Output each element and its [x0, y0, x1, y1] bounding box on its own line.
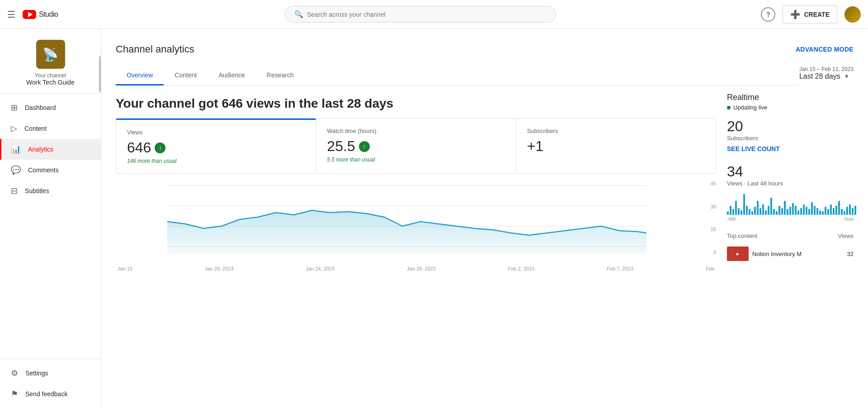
mini-bar-item [776, 211, 778, 215]
live-label: Updating live [733, 104, 767, 111]
chart-svg [116, 181, 698, 262]
logo[interactable]: Studio [23, 10, 58, 19]
chart-y-axis: 45 30 15 0 [698, 181, 716, 264]
sidebar-item-dashboard[interactable]: ⊞ Dashboard [0, 97, 101, 118]
date-select-dropdown[interactable]: Last 28 days ▼ [799, 72, 854, 81]
y-label-15: 15 [700, 227, 716, 232]
y-label-0: 0 [700, 250, 716, 255]
header-left: ☰ Studio [7, 9, 107, 20]
subscribers-label: Subscribers [527, 128, 705, 134]
content-area: Your channel got 646 views in the last 2… [116, 85, 854, 271]
realtime-views-count: 34 [727, 163, 854, 180]
top-content-item[interactable]: ▶ Notion Inventory M 32 [727, 243, 854, 265]
tab-overview[interactable]: Overview [116, 66, 164, 85]
sidebar-item-feedback[interactable]: ⚑ Send feedback [0, 384, 101, 404]
analytics-tabs: Overview Content Audience Research [116, 66, 799, 85]
mini-bar-item [800, 208, 802, 215]
channel-icon-symbol: 📡 [42, 47, 58, 62]
dashboard-icon: ⊞ [11, 103, 18, 113]
watchtime-value: 25.5 [327, 138, 355, 155]
mini-bar-item [746, 206, 748, 215]
views-headline: Your channel got 646 views in the last 2… [116, 96, 716, 111]
realtime-views-label: Views · Last 48 hours [727, 180, 854, 187]
mini-chart-labels: -48h Now [727, 217, 854, 222]
mini-bar-item [781, 208, 783, 215]
mini-bar-item [760, 208, 761, 215]
help-button[interactable]: ? [761, 7, 775, 22]
advanced-mode-button[interactable]: ADVANCED MODE [796, 46, 854, 53]
mini-bar-item [849, 204, 851, 215]
stat-block-subscribers: Subscribers +1 [516, 119, 716, 173]
mini-bar-item [757, 201, 759, 215]
create-button[interactable]: ➕ CREATE [783, 5, 837, 24]
subtitles-icon: ⊟ [11, 186, 18, 196]
stat-block-watchtime: Watch time (hours) 25.5 ↑ 5.5 more than … [316, 119, 516, 173]
top-content-label: Top content [727, 232, 757, 239]
search-input[interactable] [307, 11, 547, 18]
mini-bar-item [743, 194, 745, 215]
watchtime-up-icon: ↑ [359, 141, 370, 152]
x-label-1: Jan 20, 2023 [205, 266, 234, 271]
sidebar-item-comments[interactable]: 💬 Comments [0, 160, 101, 180]
sidebar-item-analytics[interactable]: 📊 Analytics [0, 139, 101, 160]
your-channel-label: Your channel [35, 72, 66, 79]
sidebar-item-content[interactable]: ▷ Content [0, 118, 101, 139]
mini-chart-end-label: Now [844, 217, 854, 222]
sidebar-item-label: Dashboard [25, 104, 56, 111]
avatar[interactable] [844, 6, 861, 23]
sidebar-bottom: ⚙ Settings ⚑ Send feedback [0, 359, 101, 408]
search-box[interactable]: 🔍 [285, 6, 556, 23]
mini-bar-item [765, 210, 767, 215]
views-up-icon: ↑ [155, 142, 165, 153]
views-value: 646 [127, 139, 151, 156]
mini-bar-item [792, 203, 794, 215]
realtime-title: Realtime [727, 93, 854, 102]
mini-bar-item [738, 208, 740, 215]
logo-text: Studio [39, 10, 58, 19]
views-value-row: 646 ↑ [127, 139, 305, 156]
create-icon: ➕ [790, 9, 800, 19]
mini-bar-item [795, 206, 797, 215]
x-label-3: Jan 29, 2023 [407, 266, 436, 271]
mini-bar-item [770, 198, 772, 215]
see-live-button[interactable]: SEE LIVE COUNT [727, 145, 854, 152]
y-label-30: 30 [700, 204, 716, 209]
tab-audience[interactable]: Audience [208, 66, 255, 85]
header: ☰ Studio 🔍 ? ➕ CREATE [0, 0, 868, 29]
create-label: CREATE [804, 11, 830, 18]
mini-bar-item [732, 209, 734, 215]
mini-bar-item [789, 207, 791, 215]
settings-icon: ⚙ [11, 368, 18, 378]
chart-x-labels: Jan 15 Jan 20, 2023 Jan 24, 2023 Jan 29,… [116, 266, 716, 271]
menu-button[interactable]: ☰ [7, 9, 15, 20]
mini-bar-item [819, 210, 821, 215]
mini-bar-item [841, 209, 843, 215]
date-range-label: Jan 15 – Feb 11, 2023 [799, 66, 854, 72]
mini-bar-item [808, 209, 810, 215]
tab-content[interactable]: Content [164, 66, 208, 85]
channel-section: 📡 Your channel Work Tech Guide [0, 29, 101, 94]
mini-bar-item [822, 211, 824, 215]
page-header: Channel analytics ADVANCED MODE [116, 43, 854, 55]
right-panel: Realtime Updating live 20 Subscribers SE… [727, 85, 854, 271]
realtime-section: Realtime Updating live 20 Subscribers SE… [727, 93, 854, 222]
views-label: Views [127, 129, 305, 136]
watchtime-sub: 5.5 more than usual [327, 157, 505, 163]
content-title: Notion Inventory M [752, 251, 844, 257]
mini-bar-item [787, 209, 788, 215]
realtime-subscribers-label: Subscribers [727, 135, 854, 142]
sidebar-item-subtitles[interactable]: ⊟ Subtitles [0, 180, 101, 201]
mini-bar-item [816, 208, 818, 215]
sidebar-item-settings[interactable]: ⚙ Settings [0, 363, 101, 384]
mini-bar-item [835, 206, 837, 215]
tab-research[interactable]: Research [256, 66, 305, 85]
mini-bar-item [741, 210, 742, 215]
mini-bar-item [797, 210, 799, 215]
mini-bar-item [814, 206, 816, 215]
top-content-views-label: Views [838, 232, 854, 239]
mini-bar-item [773, 209, 775, 215]
mini-bar-item [825, 207, 826, 215]
x-label-5: Feb 7, 2023 [607, 266, 633, 271]
scrollbar-thumb[interactable] [99, 56, 101, 92]
dropdown-arrow-icon: ▼ [844, 73, 849, 80]
